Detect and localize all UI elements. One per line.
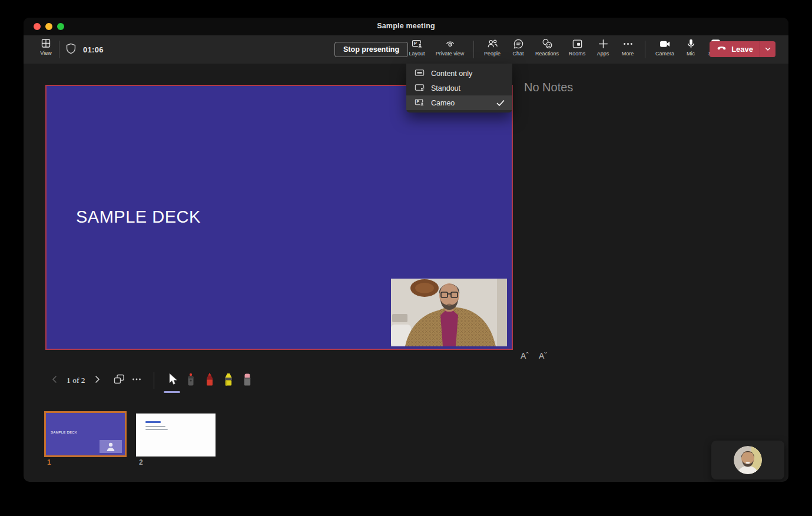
shield-icon <box>65 42 77 57</box>
window-title: Sample meeting <box>24 22 788 30</box>
stop-presenting-button[interactable]: Stop presenting <box>334 42 408 57</box>
camera-label: Camera <box>650 51 680 57</box>
ellipsis-icon <box>131 373 142 388</box>
cameo-placeholder <box>100 440 122 453</box>
ellipsis-icon <box>615 38 640 50</box>
layout-dropdown-menu: Content only Standout P <box>406 64 512 113</box>
selected-tool-indicator <box>164 391 180 393</box>
cursor-arrow-icon <box>165 372 178 389</box>
slide-thumbnail-1[interactable]: SAMPLE DECK <box>44 411 127 457</box>
private-view-icon <box>431 38 469 50</box>
notes-font-controls: Aˆ Aˇ <box>518 349 549 362</box>
increase-font-button[interactable]: Aˆ <box>518 349 531 362</box>
people-icon <box>479 38 506 50</box>
chat-label: Chat <box>506 51 531 57</box>
apps-label: Apps <box>591 51 615 57</box>
cameo-presenter-video <box>391 279 507 346</box>
slide-sorter-button[interactable] <box>110 372 128 389</box>
eraser-icon <box>241 371 254 390</box>
checkmark-icon <box>496 98 505 110</box>
menu-item-label: Cameo <box>431 99 455 107</box>
layout-label: Layout <box>403 51 431 57</box>
nav-more-button[interactable] <box>128 372 145 389</box>
highlighter-tool-button[interactable] <box>220 371 237 390</box>
chevron-left-icon <box>50 375 59 386</box>
people-label: People <box>479 51 506 57</box>
pen-tool-button[interactable] <box>201 371 218 390</box>
chat-button[interactable]: Chat <box>506 38 531 61</box>
leave-options-button[interactable] <box>760 41 775 57</box>
rooms-button[interactable]: Rooms <box>564 38 591 61</box>
menu-item-label: Content only <box>431 70 472 78</box>
self-view-tile[interactable] <box>711 441 784 479</box>
mic-button[interactable]: Mic <box>680 38 702 61</box>
chevron-down-icon <box>764 44 771 55</box>
apps-button[interactable]: Apps <box>591 38 615 61</box>
next-slide-button[interactable] <box>92 372 102 389</box>
view-label: View <box>34 50 58 56</box>
more-label: More <box>615 51 640 57</box>
thumbnail-body-line <box>145 429 168 430</box>
rooms-label: Rooms <box>564 51 591 57</box>
teams-meeting-window: Sample meeting View 01:06 Stop presentin… <box>24 18 788 482</box>
presented-slide-canvas[interactable]: SAMPLE DECK <box>45 85 513 350</box>
thumbnail-title-line <box>145 421 161 423</box>
cursor-tool-button[interactable] <box>164 371 180 390</box>
svg-text:P: P <box>414 41 417 46</box>
toolbar-divider <box>59 41 59 58</box>
slide-title-text: SAMPLE DECK <box>76 207 201 227</box>
self-view-avatar <box>734 446 762 474</box>
thumbnail-1-number: 1 <box>47 458 51 467</box>
thumbnail-body-line <box>145 426 165 427</box>
laser-pointer-icon <box>184 371 197 390</box>
reactions-label: Reactions <box>531 51 564 57</box>
layout-icon: P <box>403 38 431 50</box>
meeting-toolbar: View 01:06 Stop presenting P <box>24 35 788 64</box>
menu-item-cameo[interactable]: P Cameo <box>406 95 512 110</box>
reactions-button[interactable]: Reactions <box>531 38 564 61</box>
thumbnail-2-number: 2 <box>139 458 143 467</box>
private-view-button[interactable]: Private view <box>431 38 469 61</box>
macos-titlebar: Sample meeting <box>24 18 788 35</box>
camera-icon <box>650 38 680 50</box>
svg-text:P: P <box>417 100 420 104</box>
yellow-highlighter-icon <box>222 371 235 390</box>
menu-item-label: Standout <box>431 84 460 92</box>
grid-view-icon <box>34 38 58 49</box>
toolbar-divider <box>645 41 645 58</box>
people-button[interactable]: People <box>479 38 506 61</box>
previous-slide-button[interactable] <box>50 372 59 389</box>
menu-item-content-only[interactable]: Content only <box>406 66 512 81</box>
reactions-icon <box>531 38 564 50</box>
thumbnail-slide-title: SAMPLE DECK <box>51 431 77 434</box>
menu-item-standout[interactable]: Standout <box>406 81 512 95</box>
slide-thumbnail-2[interactable] <box>136 414 216 457</box>
chevron-right-icon <box>92 375 102 386</box>
leave-button[interactable]: Leave <box>710 41 760 57</box>
layout-button[interactable]: P Layout <box>403 38 431 61</box>
cameo-icon: P <box>414 97 425 110</box>
hang-up-icon <box>716 42 727 56</box>
plus-icon <box>591 38 615 50</box>
standout-icon <box>414 82 425 95</box>
notes-placeholder: No Notes <box>524 81 573 94</box>
leave-label: Leave <box>731 45 753 54</box>
toolbar-actions: P Layout Private view <box>403 38 729 61</box>
more-button[interactable]: More <box>615 38 640 61</box>
private-view-label: Private view <box>431 51 469 57</box>
laser-pointer-tool-button[interactable] <box>183 371 199 390</box>
slide-position-label: 1 of 2 <box>67 376 85 385</box>
slide-sorter-icon <box>112 373 125 388</box>
eraser-tool-button[interactable] <box>239 371 256 390</box>
toolbar-divider <box>473 41 474 58</box>
decrease-font-button[interactable]: Aˇ <box>536 349 549 362</box>
camera-button[interactable]: Camera <box>650 38 680 61</box>
microphone-icon <box>680 38 702 50</box>
rooms-icon <box>564 38 591 50</box>
red-pen-icon <box>203 371 216 390</box>
meeting-timer: 01:06 <box>65 35 104 64</box>
content-only-icon <box>414 67 425 80</box>
view-button[interactable]: View <box>34 38 58 61</box>
leave-split-button: Leave <box>710 41 775 57</box>
nav-divider <box>154 372 154 389</box>
